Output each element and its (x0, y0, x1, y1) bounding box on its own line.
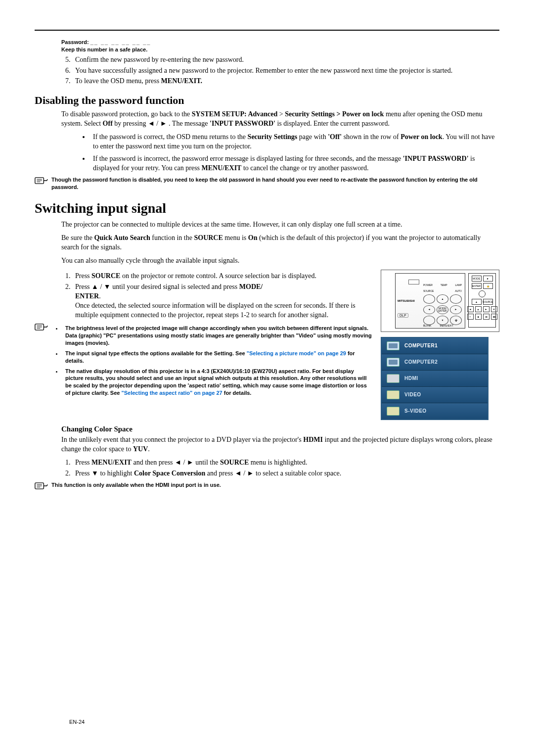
source-item-s-video: S-VIDEO (382, 403, 488, 419)
panel-bot-labels: BLANK MENU/EXIT (423, 324, 462, 327)
keep-note: Keep this number in a safe place. (61, 46, 499, 53)
remote-btn: ◄ (467, 306, 474, 312)
mode-enter-btn: MODE/ ENTER (437, 305, 448, 315)
step-5: Confirm the new password by re-entering … (72, 55, 499, 65)
source-label: COMPUTER2 (404, 359, 438, 365)
page-number: EN-24 (69, 719, 85, 725)
source-port-icon (387, 341, 400, 350)
source-port-icon (387, 390, 400, 399)
colorspace-step-1: Press MENU/EXIT and then press ◄ / ► unt… (72, 458, 499, 468)
password-blanks: __ __ __ __ __ __ (90, 39, 151, 45)
switch-note-3: The native display resolution of this pr… (62, 368, 373, 397)
switch-note-1: The brightness level of the projected im… (62, 325, 373, 347)
figure-top-row: POWER TEMP LAMP SOURCE AUTO ▲ ◄ M (381, 270, 499, 332)
switch-p3: You can also manually cycle through the … (61, 256, 499, 266)
disable-note: Though the password function is disabled… (51, 176, 499, 191)
remote-btn: ⏯ (483, 314, 490, 320)
disable-para: To disable password protection, go back … (61, 110, 499, 129)
remote-btn: ⏭ (491, 314, 497, 320)
brand-label: MITSUBISHI (398, 299, 415, 302)
remote-dpad-icon (479, 290, 486, 297)
remote-btn: ► (483, 306, 490, 312)
switch-note-2: The input signal type effects the option… (62, 350, 373, 365)
switch-step-1: Press SOURCE on the projector or remote … (72, 272, 373, 281)
remote-btn: ENTER (472, 283, 482, 289)
source-item-computer2: COMPUTER2 (382, 354, 488, 370)
dlp-badge: DLP (398, 313, 408, 318)
source-label: COMPUTER1 (404, 343, 438, 348)
note-icon (35, 481, 48, 492)
colorspace-steps: Press MENU/EXIT and then press ◄ / ► unt… (61, 458, 499, 478)
source-selection-bar: COMPUTER1COMPUTER2HDMIVIDEOS-VIDEO (381, 337, 489, 420)
panel-btn (450, 294, 462, 304)
source-port-icon (387, 374, 400, 383)
source-label: VIDEO (404, 392, 421, 397)
switch-p1: The projector can be connected to multip… (61, 220, 499, 230)
source-label: HDMI (404, 376, 418, 381)
colorspace-step-2: Press ▼ to highlight Color Space Convers… (72, 469, 499, 478)
source-label: S-VIDEO (404, 408, 427, 414)
remote-btn: SOURCE (483, 299, 493, 305)
remote-btn: ▼ (491, 306, 497, 312)
panel-btn (423, 294, 435, 304)
source-item-computer1: COMPUTER1 (382, 338, 488, 354)
remote-control: MODE ► ENTER 🔒 ▲ SOURCE ◄ ▲ (468, 273, 496, 328)
switch-p2: Be sure the Quick Auto Search function i… (61, 234, 499, 252)
step-7: To leave the OSD menu, press MENU/EXIT. (72, 77, 499, 86)
disable-b2: If the password is incorrect, the passwo… (90, 154, 499, 173)
figure-projector-remote: POWER TEMP LAMP SOURCE AUTO ▲ ◄ M (381, 270, 499, 420)
colorspace-note-row: This function is only available when the… (35, 481, 499, 492)
source-port-icon (387, 358, 400, 367)
colorspace-p1: In the unlikely event that you connect t… (61, 435, 499, 454)
remote-btn: ► (483, 276, 493, 282)
lock-icon: 🔒 (483, 283, 493, 289)
source-port-icon (387, 407, 400, 416)
disable-bullets: If the password is correct, the OSD menu… (79, 133, 499, 173)
remote-btn: MODE (472, 276, 482, 282)
top-rule (35, 30, 499, 31)
password-line: Password: __ __ __ __ __ __ (61, 39, 499, 46)
switch-step-2: Press ▲ / ▼ until your desired signal is… (72, 283, 373, 320)
arrow-up-icon: ▲ (437, 294, 448, 304)
switch-heading: Switching input signal (35, 200, 499, 216)
switch-notes-row: The brightness level of the projected im… (35, 323, 373, 400)
panel-buttons: ▲ ◄ MODE/ ENTER ► ▼ ⏻ (423, 294, 462, 325)
switch-notes: The brightness level of the projected im… (51, 325, 373, 397)
remote-btn: ▲ (472, 299, 482, 305)
panel-top-labels: SOURCE AUTO (423, 289, 462, 292)
link-picture-mode[interactable]: "Selecting a picture mode" on page 29 (247, 350, 346, 356)
lens-icon (408, 280, 419, 284)
remote-btn: ▲ (475, 306, 482, 312)
disable-b1: If the password is correct, the OSD menu… (90, 133, 499, 151)
arrow-right-icon: ► (450, 305, 462, 315)
disable-note-row: Though the password function is disabled… (35, 176, 499, 191)
step-6: You have successfully assigned a new pas… (72, 66, 499, 76)
arrow-left-icon: ◄ (423, 305, 435, 315)
note-icon (35, 323, 48, 333)
remote-btn: • (467, 314, 474, 320)
switch-steps: Press SOURCE on the projector or remote … (61, 272, 373, 320)
projector-panel: POWER TEMP LAMP SOURCE AUTO ▲ ◄ M (395, 273, 465, 329)
link-aspect-ratio[interactable]: "Selecting the aspect ratio" on page 27 (122, 390, 222, 396)
colorspace-heading: Changing Color Space (61, 425, 499, 433)
source-item-hdmi: HDMI (382, 370, 488, 386)
password-label: Password: (61, 39, 90, 45)
password-steps-continued: Confirm the new password by re-entering … (61, 55, 499, 87)
colorspace-note: This function is only available when the… (51, 481, 221, 489)
note-icon (35, 176, 48, 187)
source-item-video: VIDEO (382, 386, 488, 403)
panel-leds: POWER TEMP LAMP (423, 284, 462, 286)
remote-btn: ■ (475, 314, 482, 320)
disable-heading: Disabling the password function (35, 94, 499, 107)
